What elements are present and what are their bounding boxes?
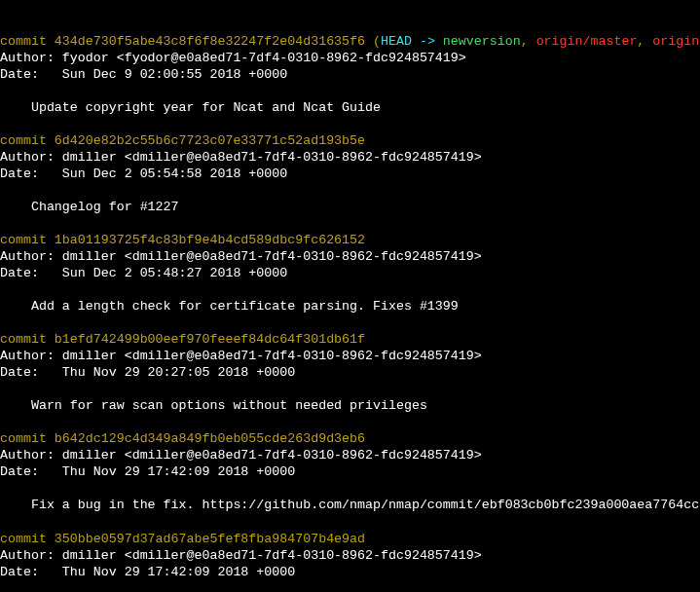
commit-prefix: commit bbox=[0, 34, 55, 49]
branch-ref: newversion bbox=[443, 34, 521, 49]
author-line: Author: dmiller <dmiller@e0a8ed71-7df4-0… bbox=[0, 448, 482, 462]
commit-prefix: commit bbox=[0, 133, 55, 148]
date-line: Date: Sun Dec 2 05:48:27 2018 +0000 bbox=[0, 266, 287, 280]
commit-hash: 434de730f5abe43c8f6f8e32247f2e04d31635f6 bbox=[55, 34, 365, 49]
author-line: Author: dmiller <dmiller@e0a8ed71-7df4-0… bbox=[0, 150, 482, 165]
commit-hash: 350bbe0597d37ad67abe5fef8fba984707b4e9ad bbox=[55, 532, 365, 546]
commit-hash: b642dc129c4d349a849fb0eb055cde263d9d3eb6 bbox=[55, 431, 365, 446]
author-line: Author: fyodor <fyodor@e0a8ed71-7df4-031… bbox=[0, 51, 466, 65]
remote-ref: origin/master bbox=[536, 34, 638, 49]
git-log-output: commit 434de730f5abe43c8f6f8e32247f2e04d… bbox=[0, 0, 700, 592]
commit-message: Fix a bug in the fix. https://github.com… bbox=[0, 498, 699, 512]
commit-message: Changelog for #1227 bbox=[0, 200, 179, 214]
commit-hash: 6d420e82b2c55b6c7723c07e33771c52ad193b5e bbox=[55, 133, 365, 148]
commit-hash: 1ba01193725f4c83bf9e4b4cd589dbc9fc626152 bbox=[55, 233, 365, 247]
date-line: Date: Sun Dec 9 02:00:55 2018 +0000 bbox=[0, 67, 287, 82]
refs-sep: , bbox=[521, 34, 536, 49]
commit-hash: b1efd742499b00eef970feeef84dc64f301db61f bbox=[55, 332, 365, 347]
author-line: Author: dmiller <dmiller@e0a8ed71-7df4-0… bbox=[0, 249, 482, 264]
commit-message: Warn for raw scan options without needed… bbox=[0, 398, 427, 413]
date-line: Date: Thu Nov 29 17:42:09 2018 +0000 bbox=[0, 464, 295, 479]
commit-message: Add a length check for certificate parsi… bbox=[0, 299, 459, 314]
head-ref: HEAD -> bbox=[381, 34, 443, 49]
refs-sep: , bbox=[637, 34, 652, 49]
refs-open: ( bbox=[365, 34, 381, 49]
date-line: Date: Sun Dec 2 05:54:58 2018 +0000 bbox=[0, 166, 287, 181]
date-line: Date: Thu Nov 29 17:42:09 2018 +0000 bbox=[0, 565, 295, 579]
commit-prefix: commit bbox=[0, 332, 55, 347]
commit-prefix: commit bbox=[0, 233, 55, 247]
date-line: Date: Thu Nov 29 20:27:05 2018 +0000 bbox=[0, 365, 295, 380]
commit-message: Update copyright year for Ncat and Ncat … bbox=[0, 100, 381, 115]
remote-ref: origin bbox=[652, 34, 699, 49]
commit-prefix: commit bbox=[0, 431, 55, 446]
author-line: Author: dmiller <dmiller@e0a8ed71-7df4-0… bbox=[0, 548, 482, 563]
commit-prefix: commit bbox=[0, 532, 55, 546]
author-line: Author: dmiller <dmiller@e0a8ed71-7df4-0… bbox=[0, 349, 482, 363]
